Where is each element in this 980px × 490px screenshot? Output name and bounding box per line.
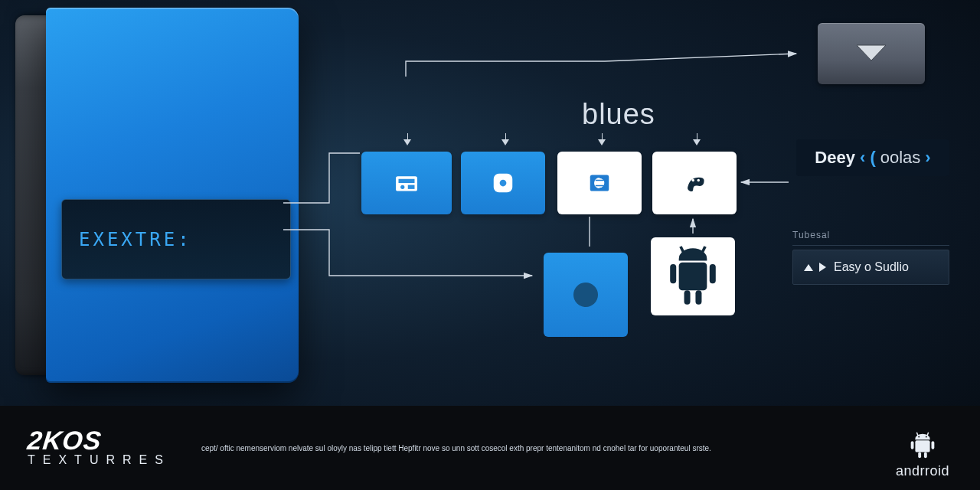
dot-icon xyxy=(573,283,598,307)
palette-icon xyxy=(678,167,710,199)
product-box-front xyxy=(46,8,299,383)
section-heading: blues xyxy=(582,98,655,131)
svg-rect-11 xyxy=(679,263,707,291)
tile-palette[interactable] xyxy=(652,152,737,214)
tile-dot[interactable] xyxy=(544,253,628,337)
globe-icon xyxy=(583,167,616,199)
svg-line-24 xyxy=(927,433,929,436)
footer-logo: 2KOS xyxy=(26,429,172,452)
brand-seg4: › xyxy=(925,148,930,168)
svg-rect-2 xyxy=(399,179,415,183)
radio-icon xyxy=(390,167,423,199)
svg-point-25 xyxy=(918,436,920,438)
svg-rect-18 xyxy=(915,440,929,452)
chevron-down-icon xyxy=(854,42,889,65)
play-button[interactable]: Easy o Sudlio xyxy=(792,250,949,285)
svg-rect-14 xyxy=(684,290,691,304)
svg-point-10 xyxy=(697,179,701,182)
svg-rect-13 xyxy=(710,264,716,283)
svg-rect-22 xyxy=(924,452,927,459)
svg-point-26 xyxy=(926,436,927,438)
panel-label: Tubesal xyxy=(792,230,949,246)
product-box-label-text: EXEXTRE: xyxy=(79,229,192,250)
play-button-label: Easy o Sudlio xyxy=(834,260,909,274)
android-icon xyxy=(905,430,940,460)
tile-disc[interactable] xyxy=(461,152,545,214)
brand-badge: Deey ‹ ( oolas › xyxy=(796,139,949,176)
product-box: EXEXTRE: xyxy=(15,8,306,383)
brand-seg3: oolas xyxy=(880,148,921,168)
triangle-up-icon xyxy=(804,264,813,271)
arrow-down-icon xyxy=(691,139,702,150)
brand-seg2: ‹ ( xyxy=(860,148,876,168)
svg-line-23 xyxy=(916,433,918,436)
svg-rect-20 xyxy=(931,441,934,449)
tile-android[interactable] xyxy=(651,237,735,315)
tile-globe[interactable] xyxy=(557,152,642,214)
svg-line-16 xyxy=(681,247,684,253)
product-box-label: EXEXTRE: xyxy=(61,199,291,279)
dropdown-button[interactable] xyxy=(818,23,925,84)
footer-subtitle: TEXTURRES xyxy=(28,453,171,467)
footer-bar: 2KOS TEXTURRES cept/ oftic nemenserviom … xyxy=(0,406,980,490)
triangle-right-icon xyxy=(819,263,826,272)
svg-point-9 xyxy=(692,179,695,182)
svg-point-3 xyxy=(400,185,404,189)
svg-rect-12 xyxy=(670,264,676,283)
arrow-down-icon xyxy=(500,139,511,150)
brand-seg1: Deey xyxy=(815,148,855,168)
tile-radio[interactable] xyxy=(361,152,452,214)
svg-rect-4 xyxy=(408,185,415,189)
disc-icon xyxy=(487,167,519,199)
svg-line-17 xyxy=(701,247,705,253)
arrow-down-icon xyxy=(596,139,607,150)
footer-tagline: cept/ oftic nemenserviom nelvate sul olo… xyxy=(201,443,711,453)
svg-rect-21 xyxy=(918,452,921,459)
android-icon xyxy=(651,234,735,318)
footer-logo-block: 2KOS TEXTURRES xyxy=(28,429,171,468)
footer-android-block: andrroid xyxy=(896,430,949,479)
arrow-down-icon xyxy=(402,139,413,150)
footer-android-label: andrroid xyxy=(896,463,949,479)
svg-marker-0 xyxy=(857,45,886,60)
svg-rect-19 xyxy=(911,441,914,449)
svg-rect-15 xyxy=(695,290,701,304)
svg-point-6 xyxy=(500,180,507,187)
